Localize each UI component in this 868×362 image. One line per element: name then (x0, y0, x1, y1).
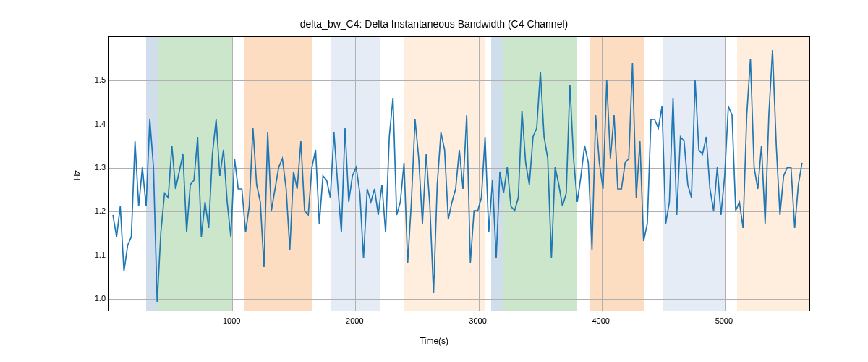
chart-title: delta_bw_C4: Delta Instantaneous Bandwid… (0, 18, 868, 30)
x-tick-label: 5000 (715, 316, 733, 325)
x-tick-label: 4000 (592, 316, 609, 325)
chart-container (109, 36, 810, 311)
y-tick-label: 1.1 (95, 251, 106, 259)
plot-area (109, 36, 810, 311)
y-axis-label: Hz (72, 170, 82, 181)
x-tick-label: 3000 (469, 316, 486, 325)
y-tick-label: 1.4 (95, 119, 106, 128)
y-tick-label: 1.3 (95, 163, 106, 172)
y-tick-label: 1.5 (95, 75, 106, 84)
x-tick-label: 2000 (346, 316, 363, 325)
y-tick-label: 1.0 (95, 294, 106, 303)
line-series (109, 37, 809, 311)
y-tick-label: 1.2 (95, 206, 106, 215)
x-axis-label: Time(s) (0, 336, 868, 346)
x-tick-label: 1000 (223, 316, 240, 325)
